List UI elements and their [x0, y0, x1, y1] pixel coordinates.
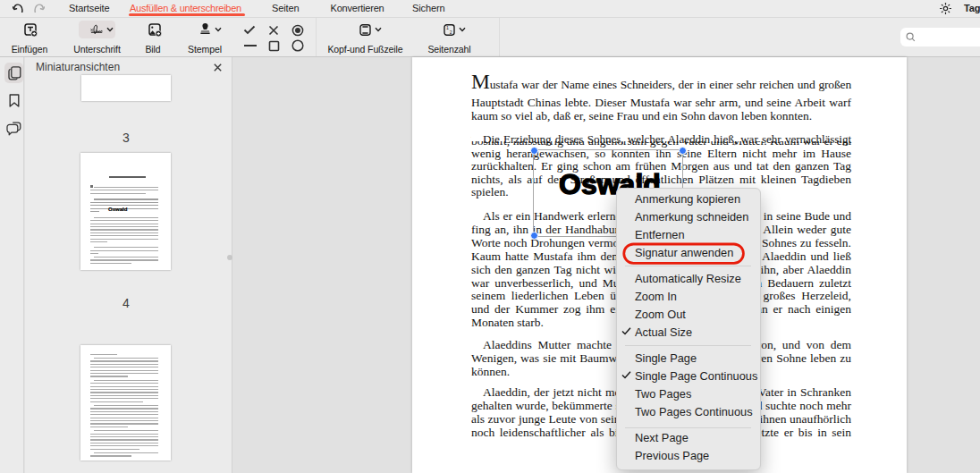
svg-text:1: 1 [446, 25, 449, 30]
svg-text:2: 2 [450, 30, 452, 35]
